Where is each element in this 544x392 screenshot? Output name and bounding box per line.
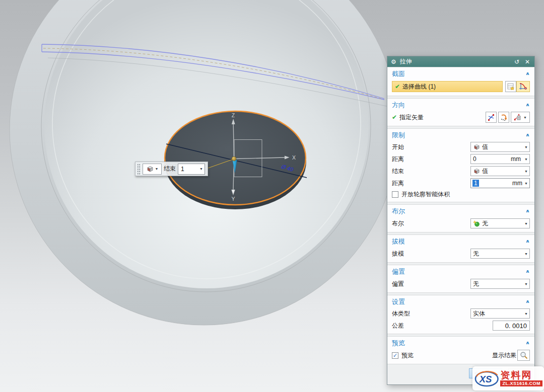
tolerance-input[interactable]: 0. 0010 [493,321,530,331]
body-type-value: 实体 [473,309,522,318]
value-cube-icon [146,166,154,172]
dropdown-arrow-icon: ▼ [155,167,159,171]
preview-checkbox[interactable]: ✓ [392,352,398,359]
show-result-button[interactable] [517,350,530,361]
watermark: XS 资料网 ZL.XS1616.COM [472,366,544,390]
limits-group-title: 限制 [392,131,405,140]
preview-group-header[interactable]: 预览 ∧ [392,337,530,349]
start-distance-unit: mm [511,155,522,163]
vector-type-dropdown[interactable]: ▼ [511,112,530,123]
dropdown-arrow-icon: ▼ [524,282,528,286]
open-profile-checkbox[interactable] [392,191,398,198]
dropdown-arrow-icon: ▼ [524,312,528,316]
collapse-chevron-icon[interactable]: ∧ [525,299,530,304]
dropdown-arrow-icon: ▼ [524,145,528,149]
offset-group-title: 偏置 [392,267,405,276]
dropdown-arrow-icon: ▼ [524,170,528,173]
limits-group: 限制 ∧ 开始 值 ▼ 距 [387,128,534,202]
specify-vector-label: 指定矢量 [399,113,424,122]
open-profile-label: 开放轮廓智能体积 [401,190,450,199]
draft-dropdown[interactable]: 无 ▼ [470,249,530,259]
end-distance-value: 1 [181,166,184,173]
collapse-chevron-icon[interactable]: ∧ [525,71,530,76]
drag-handle[interactable] [137,164,141,175]
x-axis-label: X [292,154,296,161]
end-distance-label: 距离 [392,179,404,188]
section-group-header[interactable]: 截面 ∧ [392,68,530,80]
direction-group-title: 方向 [392,101,405,110]
start-label: 开始 [392,143,404,151]
boolean-value: 无 [482,219,522,228]
close-button[interactable]: ✕ [524,58,531,65]
boolean-group-title: 布尔 [392,207,405,216]
start-type-dropdown[interactable]: 值 ▼ [470,142,530,152]
offset-dropdown[interactable]: 无 ▼ [470,279,530,289]
end-distance-input[interactable]: 1 ▼ [178,164,205,175]
reset-button[interactable]: ↺ [513,58,520,65]
end-distance-input[interactable]: 1 mm ▼ [470,178,530,188]
two-point-vector-icon [488,114,495,121]
limits-group-header[interactable]: 限制 ∧ [392,129,530,141]
end-limit-option-dropdown[interactable]: ▼ [143,164,162,175]
dropdown-arrow-icon[interactable]: ▼ [199,167,203,171]
select-curve-label: 选择曲线 (1) [402,83,436,91]
body-type-label: 体类型 [392,309,410,318]
end-type-dropdown[interactable]: 值 ▼ [470,166,530,176]
check-icon: ✔ [395,83,400,90]
body-type-dropdown[interactable]: 实体 ▼ [470,308,530,319]
inferred-vector-button[interactable] [498,112,509,123]
draft-group: 拔模 ∧ 拔模 无 ▼ [387,234,534,263]
collapse-chevron-icon[interactable]: ∧ [525,102,530,107]
direction-group-header[interactable]: 方向 ∧ [392,99,530,111]
collapse-chevron-icon[interactable]: ∧ [525,340,530,345]
boolean-none-icon [473,220,480,227]
preview-group: 预览 ∧ ✓ 预览 显示结果 [387,336,534,364]
boolean-group-header[interactable]: 布尔 ∧ [392,205,530,217]
settings-group: 设置 ∧ 体类型 实体 ▼ 公差 0. 0010 [387,295,534,334]
settings-group-header[interactable]: 设置 ∧ [392,296,530,307]
collapse-chevron-icon[interactable]: ∧ [525,269,530,274]
value-cube-icon [473,144,480,150]
section-group-title: 截面 [392,69,405,79]
section-group: 截面 ∧ ✔ 选择曲线 (1) [387,67,534,96]
collapse-chevron-icon[interactable]: ∧ [525,208,530,213]
offset-group-header[interactable]: 偏置 ∧ [392,266,530,277]
offset-group: 偏置 ∧ 偏置 无 ▼ [387,265,534,293]
settings-group-title: 设置 [392,297,405,306]
tolerance-label: 公差 [392,322,404,330]
end-distance-label: 结束 [164,165,176,173]
z-axis-label: Z [232,112,235,118]
sketch-section-button[interactable] [516,81,530,92]
show-result-label: 显示结果 [492,351,516,360]
dropdown-arrow-icon[interactable]: ▼ [524,182,528,185]
tolerance-value: 0. 0010 [505,322,527,330]
boolean-dropdown[interactable]: 无 ▼ [470,218,530,228]
two-point-vector-button[interactable] [486,112,497,123]
onscreen-input-toolbar[interactable]: ▼ 结束 1 ▼ [135,162,208,176]
curve-rule-button[interactable] [505,81,516,92]
draft-group-header[interactable]: 拔模 ∧ [392,236,530,247]
preview-group-title: 预览 [392,339,405,348]
dialog-titlebar[interactable]: ⚙ 拉伸 ↺ ✕ [387,56,534,67]
start-distance-value: 0 [473,155,477,163]
dropdown-arrow-icon: ▼ [524,252,528,256]
watermark-site-name: 资料网 [500,370,532,380]
offset-label: 偏置 [392,280,404,288]
watermark-site-url: ZL.XS1616.COM [500,380,542,386]
extrude-dialog: ⚙ 拉伸 ↺ ✕ 截面 ∧ ✔ 选择曲线 (1) [387,56,535,385]
svg-text:XS: XS [479,374,492,384]
collapse-chevron-icon[interactable]: ∧ [525,132,530,137]
sketch-section-icon [519,83,528,91]
origin-handle[interactable] [232,156,236,161]
y-axis-label: Y [231,196,235,202]
select-curve-field[interactable]: ✔ 选择曲线 (1) [392,81,503,92]
boolean-group: 布尔 ∧ 布尔 无 ▼ [387,204,534,232]
dropdown-arrow-icon[interactable]: ▼ [524,158,528,161]
preview-label: 预览 [401,351,414,360]
dropdown-arrow-icon: ▼ [524,222,528,225]
boolean-label: 布尔 [392,219,404,228]
end-distance-unit: mm [512,180,522,187]
list-star-icon [507,83,514,90]
collapse-chevron-icon[interactable]: ∧ [525,239,530,244]
start-distance-input[interactable]: 0 mm ▼ [470,154,530,164]
